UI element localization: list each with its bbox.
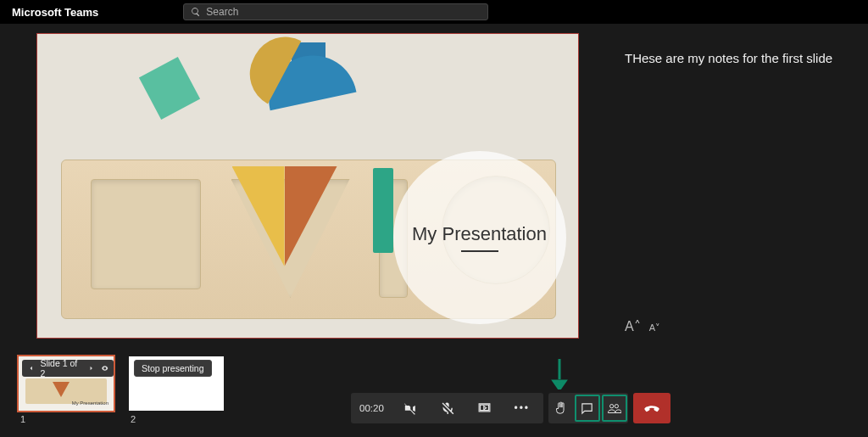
app-title: Microsoft Teams <box>12 6 98 19</box>
thumbnail-number-2: 2 <box>129 414 224 424</box>
font-increase-button[interactable]: A˄ <box>625 318 641 334</box>
main-area: My Presentation THese are my notes for t… <box>0 24 868 346</box>
current-slide: My Presentation <box>36 33 579 339</box>
bottom-strip: My Presentation Slide 1 of 2 1 Stop pres… <box>0 346 868 437</box>
slide-stage: My Presentation <box>0 25 615 346</box>
slide-nav-label: Slide 1 of 2 <box>40 358 82 378</box>
participants-button[interactable] <box>602 395 627 422</box>
toolbar-group-main: 00:20 ••• <box>351 393 543 423</box>
slide-title-circle: My Presentation <box>393 151 566 324</box>
eye-icon[interactable] <box>101 364 108 373</box>
share-screen-icon <box>477 401 492 416</box>
search-input[interactable]: Search <box>183 3 488 20</box>
people-icon <box>607 401 621 416</box>
chat-button[interactable] <box>575 395 600 422</box>
notes-panel: THese are my notes for the first slide A… <box>615 25 868 346</box>
chat-icon <box>580 401 594 416</box>
font-decrease-button[interactable]: A˅ <box>649 322 660 333</box>
raise-hand-button[interactable] <box>548 393 574 423</box>
toolbar-group-secondary <box>548 393 628 423</box>
call-toolbar: 00:20 ••• <box>351 393 670 423</box>
search-placeholder: Search <box>206 6 238 18</box>
slide-thumbnail-2[interactable]: Stop presenting <box>129 356 224 411</box>
more-icon: ••• <box>514 402 530 414</box>
chevron-right-icon[interactable] <box>87 364 95 373</box>
hang-up-button[interactable] <box>633 393 670 423</box>
annotation-arrow-icon <box>551 359 568 393</box>
more-actions-button[interactable]: ••• <box>509 393 535 423</box>
font-size-controls: A˄ A˅ <box>625 318 853 338</box>
raise-hand-icon <box>554 401 568 416</box>
thumbnail-wrapper: Stop presenting 2 <box>129 356 224 424</box>
slide-nav-overlay: Slide 1 of 2 <box>22 360 114 377</box>
slide-thumbnail-1[interactable]: My Presentation Slide 1 of 2 <box>19 356 114 411</box>
speaker-notes: THese are my notes for the first slide <box>625 51 853 65</box>
thumbnail-wrapper: My Presentation Slide 1 of 2 1 <box>19 356 114 424</box>
mic-off-button[interactable] <box>435 393 460 423</box>
stop-presenting-button[interactable]: Stop presenting <box>134 360 212 377</box>
mic-off-icon <box>440 401 454 416</box>
hang-up-icon <box>643 399 661 417</box>
thumbnail-number-1: 1 <box>19 414 114 424</box>
search-icon <box>191 7 201 17</box>
title-bar: Microsoft Teams Search <box>0 0 868 24</box>
camera-off-icon <box>403 401 417 416</box>
slide-title: My Presentation <box>412 223 547 245</box>
camera-off-button[interactable] <box>398 393 423 423</box>
share-screen-button[interactable] <box>472 393 498 423</box>
chevron-left-icon[interactable] <box>27 364 35 373</box>
call-timer: 00:20 <box>359 403 384 413</box>
